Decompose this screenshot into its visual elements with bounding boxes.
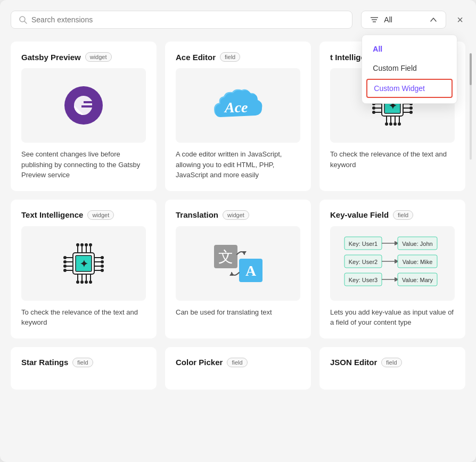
svg-point-29 [372,111,375,114]
svg-point-72 [89,243,92,246]
svg-text:Key: User2: Key: User2 [349,259,377,265]
card-cp-badge: field [227,358,247,367]
svg-point-66 [101,260,104,263]
svg-point-71 [85,243,88,246]
card-gatsby-image [21,68,146,143]
search-input[interactable] [31,15,344,24]
card-je-badge: field [381,358,401,367]
card-ti2-header: Text Intelligence widget [21,210,146,220]
svg-line-1 [24,21,27,23]
chevron-up-icon [430,16,437,23]
card-star-ratings: Star Ratings field [11,347,157,390]
filter-dropdown-menu: All Custom Field Custom Widget [362,35,457,104]
svg-point-67 [101,265,104,268]
search-icon [19,15,27,24]
card-translation-image: 文 A [176,226,300,301]
card-ace-title: Ace Editor [176,53,216,62]
card-translation: Translation widget 文 A Can b [165,200,311,339]
card-json-editor: JSON Editor field [319,347,465,390]
svg-point-32 [409,106,413,110]
svg-point-73 [76,280,79,284]
card-color-picker: Color Picker field [165,347,311,390]
card-ti2-image: ✦ [21,226,146,301]
card-ace-badge: field [220,52,240,62]
card-key-value: Key-value Field field Key: User1 Value: … [319,200,465,339]
scrollbar-thumb[interactable] [470,53,472,85]
svg-point-38 [385,122,388,126]
key-value-diagram: Key: User1 Value: John Key: User2 [339,232,446,295]
card-kv-header: Key-value Field field [330,210,455,220]
card-ti2-title: Text Intelligence [21,210,83,219]
card-ti1-desc: To check the relevance of the text and k… [330,149,455,170]
extensions-modal: All All Custom Field Custom Widget × Gat… [0,0,476,462]
svg-point-75 [85,280,88,284]
card-kv-badge: field [393,210,413,220]
dropdown-item-custom-widget[interactable]: Custom Widget [366,79,453,98]
svg-point-68 [101,269,104,272]
card-translation-title: Translation [176,210,218,219]
card-sr-header: Star Ratings field [21,358,146,367]
filter-dropdown[interactable]: All All Custom Field Custom Widget [361,11,446,29]
svg-text:A: A [245,262,257,279]
svg-point-41 [398,122,401,126]
card-ti2-badge: widget [87,210,114,220]
svg-text:Ace: Ace [224,99,248,116]
card-ace-image: Ace [176,68,300,143]
card-text-intelligence-2: Text Intelligence widget ✦ [11,200,157,339]
card-ti2-desc: To check the relevance of the text and k… [21,307,146,328]
card-gatsby-desc: See content changes live before publishi… [21,149,146,180]
svg-point-63 [63,265,67,268]
svg-point-62 [63,260,67,263]
svg-point-76 [89,280,92,284]
svg-text:文: 文 [218,249,233,265]
svg-point-69 [76,243,79,246]
svg-text:Value: Mary: Value: Mary [402,277,433,283]
svg-point-40 [393,122,397,126]
svg-text:Value: Mike: Value: Mike [403,259,433,265]
card-kv-image: Key: User1 Value: John Key: User2 [330,226,455,301]
card-translation-badge: widget [223,210,249,220]
scrollbar[interactable] [470,53,472,160]
gatsby-logo [62,84,105,127]
ace-cloud-icon: Ace [209,81,267,129]
svg-point-74 [80,280,84,284]
svg-text:Key: User3: Key: User3 [349,277,377,283]
svg-text:Key: User1: Key: User1 [349,241,377,247]
card-ace-editor: Ace Editor field Ace A code editor writt… [165,42,311,191]
svg-point-61 [63,256,67,259]
card-gatsby-preview: Gatsby Preview widget See content change… [11,42,157,191]
card-kv-desc: Lets you add key-value as input value of… [330,307,455,328]
card-sr-title: Star Ratings [21,358,68,367]
card-cp-header: Color Picker field [176,358,300,367]
ai-chip-icon-2: ✦ [60,240,108,287]
dropdown-item-all[interactable]: All [362,39,457,59]
card-translation-header: Translation widget [176,210,300,220]
card-je-header: JSON Editor field [330,358,455,367]
translation-icon: 文 A [211,240,265,287]
filter-icon [370,15,379,24]
filter-label: All [384,15,424,24]
dropdown-item-custom-field[interactable]: Custom Field [362,59,457,78]
svg-point-39 [389,122,392,126]
card-cp-title: Color Picker [176,358,223,367]
svg-point-33 [409,111,413,114]
card-gatsby-badge: widget [85,52,112,62]
card-translation-desc: Can be used for translating text [176,307,300,318]
card-sr-badge: field [72,358,93,367]
modal-header: All All Custom Field Custom Widget × [11,11,465,29]
card-gatsby-title: Gatsby Preview [21,53,81,62]
svg-point-64 [63,269,67,272]
card-kv-title: Key-value Field [330,210,389,219]
card-gatsby-header: Gatsby Preview widget [21,52,146,62]
close-button[interactable]: × [455,12,465,28]
svg-point-28 [372,106,375,110]
svg-point-70 [80,243,84,246]
card-je-title: JSON Editor [330,358,377,367]
card-ace-header: Ace Editor field [176,52,300,62]
search-bar[interactable] [11,11,352,29]
svg-text:✦: ✦ [80,259,88,269]
card-ace-desc: A code editor written in JavaScript, all… [176,149,300,180]
svg-text:Value: John: Value: John [402,241,432,247]
svg-point-65 [101,256,104,259]
